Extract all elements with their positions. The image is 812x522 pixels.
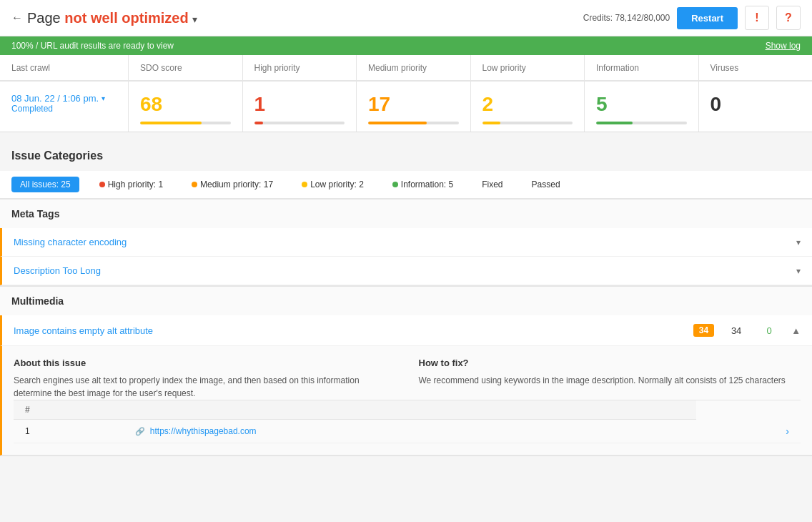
information-bar xyxy=(596,122,687,124)
credits-text: Credits: 78,142/80,000 xyxy=(583,13,670,23)
how-to-fix-text: We recommend using keywords in the image… xyxy=(419,374,801,387)
information-cell: 5 xyxy=(585,82,699,132)
dot-orange-icon xyxy=(192,182,197,187)
url-table-num-header: # xyxy=(14,400,124,420)
last-crawl-header: Last crawl xyxy=(0,55,129,80)
high-priority-bar xyxy=(254,122,345,124)
progress-message: 100% / URL audit results are ready to vi… xyxy=(11,41,174,51)
last-crawl-cell[interactable]: 08 Jun. 22 / 1:06 pm. ▾ Completed xyxy=(0,82,129,132)
about-issue-col: About this issue Search engines use alt … xyxy=(14,358,396,400)
stats-data-row: 08 Jun. 22 / 1:06 pm. ▾ Completed 68 1 1… xyxy=(0,81,812,132)
row-arrow-icon[interactable]: › xyxy=(786,425,789,437)
sdo-score-label: SDO score xyxy=(140,63,182,73)
sdo-progress-bar xyxy=(140,122,231,124)
issue-detail-panel: About this issue Search engines use alt … xyxy=(0,346,812,455)
sdo-progress-fill xyxy=(140,122,202,124)
filter-information[interactable]: Information: 5 xyxy=(384,177,462,192)
page-header: ← Page not well optimized ▾ Credits: 78,… xyxy=(0,0,812,36)
header-left: ← Page not well optimized ▾ xyxy=(11,10,197,26)
information-header: Information xyxy=(585,55,699,80)
high-priority-fill xyxy=(254,122,264,124)
issue-categories-title: Issue Categories xyxy=(0,141,812,171)
high-priority-label: High priority xyxy=(254,63,300,73)
stats-table: Last crawl SDO score High priority Mediu… xyxy=(0,55,812,132)
missing-char-dropdown-icon[interactable]: ▾ xyxy=(796,237,801,247)
viruses-header: Viruses xyxy=(699,55,813,80)
how-to-fix-heading: How to fix? xyxy=(419,358,801,368)
medium-priority-cell: 17 xyxy=(357,82,471,132)
description-too-long-title: Description Too Long xyxy=(14,265,796,276)
url-row-arrow-cell: › xyxy=(696,420,801,443)
issue-description-too-long[interactable]: Description Too Long ▾ xyxy=(0,257,812,285)
dot-red-icon xyxy=(99,182,105,187)
low-priority-value: 2 xyxy=(482,93,573,116)
filter-medium-priority[interactable]: Medium priority: 17 xyxy=(183,177,282,192)
url-row-link-cell: 🔗 https://whythispagebad.com xyxy=(124,420,697,443)
url-row-num: 1 xyxy=(14,420,124,443)
meta-tags-group: Meta Tags Missing character encoding ▾ D… xyxy=(0,199,812,286)
filter-fixed[interactable]: Fixed xyxy=(473,177,511,192)
medium-priority-fill xyxy=(368,122,427,124)
help-icon-button[interactable]: ? xyxy=(776,6,801,30)
url-table-url-header xyxy=(124,400,697,420)
stats-header-row: Last crawl SDO score High priority Mediu… xyxy=(0,55,812,81)
back-button[interactable]: ← xyxy=(11,11,23,24)
about-issue-heading: About this issue xyxy=(14,358,396,368)
table-row: 1 🔗 https://whythispagebad.com › xyxy=(14,420,801,443)
crawl-status: Completed xyxy=(11,104,117,114)
medium-priority-bar xyxy=(368,122,459,124)
url-table: # 1 🔗 https://whythispagebad.com › xyxy=(14,400,801,443)
description-too-long-dropdown-icon[interactable]: ▾ xyxy=(796,266,801,276)
issue-image-empty-alt[interactable]: Image contains empty alt attribute 34 34… xyxy=(0,315,812,346)
expand-collapse-icon[interactable]: ▲ xyxy=(791,325,801,336)
title-highlight: not well optimized xyxy=(64,10,188,26)
about-issue-text: Search engines use alt text to properly … xyxy=(14,374,396,400)
restart-button[interactable]: Restart xyxy=(677,7,738,29)
page-title: Page not well optimized ▾ xyxy=(27,10,197,26)
filter-passed[interactable]: Passed xyxy=(523,177,569,192)
low-priority-label: Low priority xyxy=(482,63,526,73)
dot-yellow-icon xyxy=(302,182,307,187)
header-right: Credits: 78,142/80,000 Restart ! ? xyxy=(583,6,801,30)
low-priority-fill xyxy=(482,122,500,124)
multimedia-title: Multimedia xyxy=(0,286,812,315)
low-priority-bar xyxy=(482,122,573,124)
high-priority-value: 1 xyxy=(254,93,345,116)
multimedia-group: Multimedia Image contains empty alt attr… xyxy=(0,286,812,456)
url-link[interactable]: https://whythispagebad.com xyxy=(150,426,257,436)
image-empty-alt-count: 34 xyxy=(726,325,747,336)
filter-bar: All issues: 25 High priority: 1 Medium p… xyxy=(0,171,812,199)
dot-green-icon xyxy=(392,182,398,187)
how-to-fix-col: How to fix? We recommend using keywords … xyxy=(419,358,801,400)
low-priority-cell: 2 xyxy=(471,82,585,132)
filter-high-priority[interactable]: High priority: 1 xyxy=(91,177,172,192)
title-dropdown-icon[interactable]: ▾ xyxy=(192,14,197,25)
sdo-score-value: 68 xyxy=(140,93,231,116)
issue-missing-char-encoding[interactable]: Missing character encoding ▾ xyxy=(0,228,812,257)
image-empty-alt-fixed: 0 xyxy=(758,325,780,336)
image-empty-alt-title: Image contains empty alt attribute xyxy=(14,325,688,336)
last-crawl-label: Last crawl xyxy=(11,63,50,73)
information-label: Information xyxy=(596,63,639,73)
alert-icon-button[interactable]: ! xyxy=(745,6,769,30)
filter-low-priority[interactable]: Low priority: 2 xyxy=(293,177,372,192)
meta-tags-title: Meta Tags xyxy=(0,199,812,228)
show-log-link[interactable]: Show log xyxy=(766,41,801,51)
high-priority-cell: 1 xyxy=(243,82,357,132)
low-priority-header: Low priority xyxy=(471,55,585,80)
information-value: 5 xyxy=(596,93,687,116)
progress-banner: 100% / URL audit results are ready to vi… xyxy=(0,36,812,55)
medium-priority-label: Medium priority xyxy=(368,63,427,73)
viruses-value: 0 xyxy=(710,93,801,116)
sdo-score-header: SDO score xyxy=(129,55,243,80)
issue-categories-section: Issue Categories All issues: 25 High pri… xyxy=(0,141,812,456)
filter-all-issues[interactable]: All issues: 25 xyxy=(11,177,79,192)
medium-priority-header: Medium priority xyxy=(357,55,471,80)
external-link-icon: 🔗 xyxy=(135,427,145,435)
title-prefix: Page xyxy=(27,10,61,26)
detail-grid: About this issue Search engines use alt … xyxy=(14,358,801,400)
medium-priority-value: 17 xyxy=(368,93,459,116)
viruses-cell: 0 xyxy=(699,82,813,132)
crawl-date: 08 Jun. 22 / 1:06 pm. ▾ xyxy=(11,93,117,104)
viruses-label: Viruses xyxy=(710,63,739,73)
